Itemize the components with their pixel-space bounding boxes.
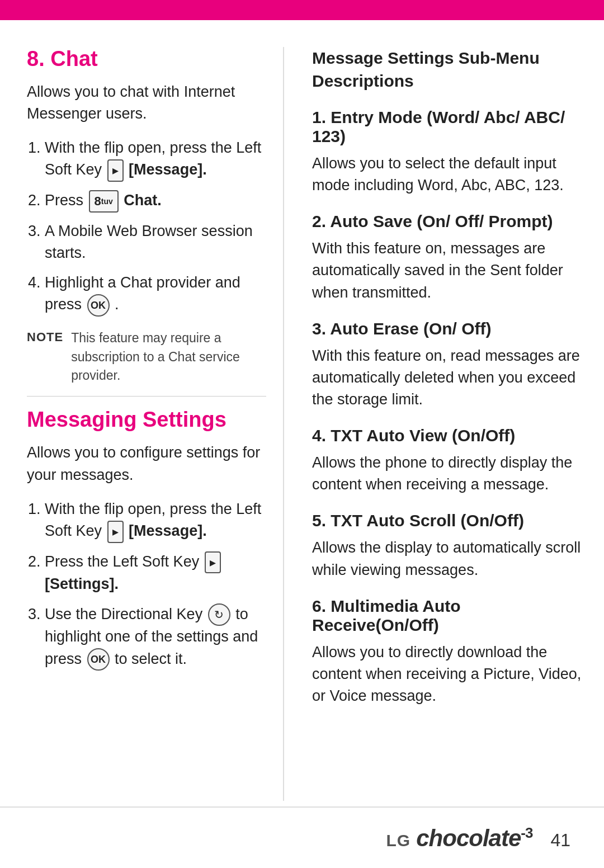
chat-step2-text-after: Chat.	[124, 192, 162, 209]
subsection-6: 6. Multimedia Auto Receive(On/Off) Allow…	[312, 597, 582, 707]
lg-logo: LG	[386, 831, 411, 850]
subsection-1-title: 1. Entry Mode (Word/ Abc/ ABC/ 123)	[312, 108, 582, 146]
subsection-3: 3. Auto Erase (On/ Off) With this featur…	[312, 319, 582, 411]
messaging-step-2: Press the Left Soft Key ▸ [Settings].	[45, 551, 266, 596]
superscript: -3	[521, 824, 532, 841]
chat-step4-text-after: .	[115, 296, 119, 313]
chat-step-1: With the flip open, press the Left Soft …	[45, 137, 266, 182]
messaging-settings-section: Messaging Settings Allows you to configu…	[27, 408, 266, 671]
chat-note: NOTE This feature may require a subscrip…	[27, 329, 266, 385]
note-label: NOTE	[27, 329, 63, 345]
right-col-title: Message Settings Sub-Menu Descriptions	[312, 47, 582, 92]
chat-step-4: Highlight a Chat provider and press OK .	[45, 272, 266, 317]
msg-step3-text-before: Use the Directional Key	[45, 606, 202, 622]
msg-step1-text-after: [Message].	[129, 522, 207, 539]
subsection-5-title: 5. TXT Auto Scroll (On/Off)	[312, 511, 582, 530]
footer: LG chocolate-3 41	[0, 806, 604, 868]
softkey-icon-2: ▸	[107, 521, 124, 543]
subsection-2-title: 2. Auto Save (On/ Off/ Prompt)	[312, 212, 582, 231]
messaging-step-1: With the flip open, press the Left Soft …	[45, 498, 266, 543]
page-number: 41	[550, 830, 570, 851]
right-column: Message Settings Sub-Menu Descriptions 1…	[306, 47, 582, 801]
chat-steps-list: With the flip open, press the Left Soft …	[27, 137, 266, 317]
top-bar	[0, 0, 604, 20]
subsection-6-body: Allows you to directly download the cont…	[312, 641, 582, 707]
subsection-1-body: Allows you to select the default input m…	[312, 153, 582, 196]
subsection-3-body: With this feature on, read messages are …	[312, 345, 582, 411]
subsection-4-body: Allows the phone to directly display the…	[312, 452, 582, 496]
chat-step-3: A Mobile Web Browser session starts.	[45, 220, 266, 264]
note-text: This feature may require a subscription …	[71, 329, 266, 385]
ok-icon-2: OK	[87, 648, 110, 671]
brand-area: LG chocolate-3 41	[386, 824, 570, 852]
left-column: 8. Chat Allows you to chat with Internet…	[27, 47, 284, 801]
subsection-2-body: With this feature on, messages are autom…	[312, 238, 582, 303]
chocolate-text: chocolate	[416, 825, 521, 851]
chat-section: 8. Chat Allows you to chat with Internet…	[27, 47, 266, 385]
subsection-3-title: 3. Auto Erase (On/ Off)	[312, 319, 582, 338]
subsection-5-body: Allows the display to automatically scro…	[312, 537, 582, 581]
msg-step3-text-after: to select it.	[115, 650, 187, 667]
ok-icon-1: OK	[87, 294, 110, 317]
subsection-6-title: 6. Multimedia Auto Receive(On/Off)	[312, 597, 582, 635]
msg-step2-text-before: Press the Left Soft Key	[45, 553, 199, 570]
messaging-steps-list: With the flip open, press the Left Soft …	[27, 498, 266, 671]
softkey-icon-3: ▸	[205, 551, 221, 574]
chat-intro: Allows you to chat with Internet Messeng…	[27, 81, 266, 125]
msg-step2-text-after: [Settings].	[45, 575, 119, 592]
softkey-icon-1: ▸	[107, 159, 124, 182]
product-name: chocolate-3	[416, 824, 532, 852]
8tuv-icon: 8tuv	[89, 190, 119, 213]
dir-icon: ↻	[208, 603, 230, 626]
subsection-4: 4. TXT Auto View (On/Off) Allows the pho…	[312, 426, 582, 496]
subsection-1: 1. Entry Mode (Word/ Abc/ ABC/ 123) Allo…	[312, 108, 582, 196]
chat-step-2: Press 8tuv Chat.	[45, 190, 266, 213]
content-area: 8. Chat Allows you to chat with Internet…	[0, 20, 604, 801]
messaging-settings-title: Messaging Settings	[27, 408, 266, 432]
messaging-settings-intro: Allows you to configure settings for you…	[27, 442, 266, 485]
chat-step4-text-before: Highlight a Chat provider and press	[45, 274, 240, 313]
chat-title: 8. Chat	[27, 47, 266, 71]
section-divider	[27, 396, 266, 397]
chat-step2-text-before: Press	[45, 192, 83, 209]
subsection-4-title: 4. TXT Auto View (On/Off)	[312, 426, 582, 445]
chat-step3-text: A Mobile Web Browser session starts.	[45, 223, 253, 261]
messaging-step-3: Use the Directional Key ↻ to highlight o…	[45, 603, 266, 671]
chat-step1-text-after: [Message].	[129, 161, 207, 178]
subsection-2: 2. Auto Save (On/ Off/ Prompt) With this…	[312, 212, 582, 303]
subsection-5: 5. TXT Auto Scroll (On/Off) Allows the d…	[312, 511, 582, 581]
